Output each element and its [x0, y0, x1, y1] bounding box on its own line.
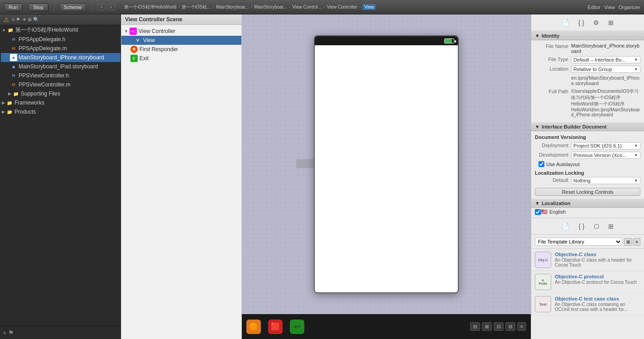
- autolayout-checkbox[interactable]: [538, 161, 544, 167]
- english-label: English: [549, 209, 566, 215]
- default-row: Default Nothing ▼: [535, 177, 640, 184]
- sidebar-item-frameworks[interactable]: ▶ 📁 Frameworks: [0, 98, 120, 107]
- breadcrumb-item-2[interactable]: 第一个iOS程...: [182, 4, 211, 10]
- inspector-file-button[interactable]: 📄: [559, 17, 572, 28]
- sidebar-item-ppsappdelegate-h[interactable]: H PPSAppDelegate.h: [1, 35, 120, 44]
- template-list: Obj-C Objective-C class An Objective-C c…: [531, 249, 644, 315]
- breadcrumb-item-5[interactable]: View Control...: [292, 5, 322, 10]
- battery-icon: [444, 38, 454, 43]
- nothing-dropdown[interactable]: Nothing ▼: [571, 177, 640, 184]
- development-arrow: ▼: [634, 153, 638, 158]
- toolbar-right: Editor View Organizer: [587, 5, 640, 10]
- zoom-in-button[interactable]: ⊞: [482, 322, 492, 331]
- template-grid-view[interactable]: ⊞: [624, 238, 632, 246]
- nothing-arrow: ▼: [634, 178, 638, 183]
- identity-section-header[interactable]: ▼ Identity: [531, 31, 644, 40]
- scheme-selector[interactable]: Scheme: [60, 3, 86, 11]
- zoom-out-button[interactable]: ⊟: [470, 322, 480, 331]
- ib-section-header[interactable]: ▼ Interface Builder Document: [531, 122, 644, 131]
- relative-path-label: [535, 75, 571, 76]
- doc-versioning-row: Document Versioning: [535, 134, 640, 140]
- bottom-icon-green[interactable]: ↩: [290, 320, 304, 334]
- breadcrumb-item-7[interactable]: View: [362, 4, 376, 10]
- localization-locking-header: Localization Locking: [535, 169, 640, 177]
- template-item-objc-protocol[interactable]: hProto Objective-C protocol An Objective…: [531, 271, 644, 293]
- exit-icon: E: [130, 55, 138, 62]
- default-label: Default: [535, 177, 571, 183]
- bottom-icon-orange[interactable]: 🟠: [246, 320, 261, 334]
- objc-test-title: Objective-C test case class: [555, 296, 640, 301]
- english-checkbox[interactable]: [535, 209, 541, 215]
- scene-item-view[interactable]: V View: [121, 36, 241, 45]
- scene-exit-label: Exit: [139, 55, 149, 62]
- run-button[interactable]: Run: [4, 3, 23, 11]
- stop-button[interactable]: Stop: [28, 3, 48, 11]
- sidebar-item-supporting-files[interactable]: ▶ 📁 File Name Supporting Files: [1, 89, 120, 98]
- breadcrumb-item-6[interactable]: View Controller: [327, 5, 357, 10]
- grid-button[interactable]: ⊟: [505, 322, 515, 331]
- template-picker-icons: 📄 { } ⬡ ⊞: [531, 218, 644, 235]
- breadcrumb: 第一个iOS程序HelloWorld › 第一个iOS程... › MainSt…: [120, 4, 582, 10]
- sidebar-item-ppsviewcontroller-m[interactable]: M PPSViewController.m: [1, 80, 120, 89]
- right-icon-row: 📄 { } ⚙ ⊞: [531, 14, 644, 31]
- localization-section-label: Localization: [542, 201, 571, 206]
- breadcrumb-item-1[interactable]: 第一个iOS程序HelloWorld: [124, 4, 176, 10]
- file-type-dropdown[interactable]: Default – Interface Bu... ▼: [571, 56, 640, 63]
- inspector-build-button[interactable]: ⚙: [591, 17, 602, 28]
- deployment-label: Deployment: [535, 142, 571, 148]
- supporting-files-icon: 📁: [12, 90, 19, 97]
- sidebar-file-tree: ▼ 📁 第一个iOS程序HelloWorld H PPSAppDelegate.…: [0, 25, 120, 325]
- localization-section-header[interactable]: ▼ Localization: [531, 199, 644, 208]
- development-dropdown[interactable]: Previous Version (Xco... ▼: [571, 152, 640, 159]
- fit-button[interactable]: ⊡: [494, 322, 504, 331]
- view-options-button[interactable]: ≡: [517, 322, 526, 331]
- nav-forward-button[interactable]: ›: [107, 4, 115, 10]
- toolbar: Run Stop Scheme ‹ › 第一个iOS程序HelloWorld ›…: [0, 0, 644, 14]
- frameworks-icon: 📁: [6, 99, 13, 106]
- objc-class-text: Objective-C class An Objective-C class w…: [555, 252, 640, 267]
- deployment-dropdown[interactable]: Project SDK (iOS 6.1) ▼: [571, 142, 640, 149]
- template-item-objc-test[interactable]: Test Objective-C test case class An Obje…: [531, 293, 644, 315]
- bottom-icon-red[interactable]: 🟥: [268, 320, 283, 334]
- template-icon-grid[interactable]: ⊞: [606, 221, 616, 232]
- nav-back-button[interactable]: ‹: [97, 4, 105, 10]
- sidebar-item-mainstoryboard-ipad[interactable]: ■ MainStoryboard_iPad.storyboard: [1, 62, 120, 71]
- scene-item-first-responder[interactable]: R First Responder: [121, 45, 241, 54]
- sidebar-item-project[interactable]: ▼ 📁 第一个iOS程序HelloWorld: [0, 25, 120, 35]
- phone-status-bar: [315, 36, 458, 45]
- sidebar-item-ppsappdelegate-m[interactable]: M PPSAppDelegate.m: [1, 44, 120, 53]
- breadcrumb-item-4[interactable]: MainStoryboar...: [254, 5, 287, 10]
- template-item-objc-class[interactable]: Obj-C Objective-C class An Objective-C c…: [531, 249, 644, 271]
- location-dropdown[interactable]: Relative to Group ▼: [571, 66, 640, 73]
- file-name-value: MainStoryboard_iPhone.storyboard: [571, 43, 640, 54]
- full-path-row: Full Path /Users/apple/Documents/iOS学习练习…: [535, 88, 640, 117]
- template-icon-file[interactable]: 📄: [559, 221, 572, 232]
- sidebar-add-button[interactable]: +: [3, 329, 6, 336]
- center-bottom-toolbar: 🟠 🟥 ↩ ⊟ ⊞ ⊡ ⊟ ≡: [242, 314, 531, 339]
- full-path-value: /Users/apple/Documents/iOS学习练习代码/第一个iOS程…: [571, 88, 640, 117]
- objc-class-title: Objective-C class: [555, 252, 640, 257]
- file-h-icon-2: H: [10, 72, 17, 79]
- scene-item-viewcontroller[interactable]: ▼ VC View Controller: [121, 27, 241, 36]
- scene-item-exit[interactable]: E Exit: [121, 54, 241, 63]
- reset-locking-button[interactable]: Reset Locking Controls: [535, 188, 640, 196]
- inspector-code-button[interactable]: { }: [576, 17, 587, 28]
- sidebar-item-products[interactable]: ▶ 📁 Products: [0, 107, 120, 116]
- breadcrumb-item-3[interactable]: MainStoryboar...: [216, 5, 249, 10]
- template-library-select[interactable]: File Template Library: [535, 238, 622, 246]
- template-icon-brace[interactable]: { }: [576, 221, 587, 232]
- objc-protocol-desc: An Objective-C protocol for Cocoa Touch: [555, 280, 640, 285]
- template-list-view[interactable]: ≡: [633, 238, 640, 246]
- inspector-grid-button[interactable]: ⊞: [606, 17, 616, 28]
- sidebar-item-mainstoryboard-iphone[interactable]: ■ MainStoryboard_iPhone.storyboard: [1, 53, 120, 62]
- file-m-icon-2: M: [10, 81, 17, 88]
- full-path-label: Full Path: [535, 88, 571, 94]
- sidebar-filter-button[interactable]: ⚑: [8, 329, 14, 336]
- storyboard-icon: ■: [10, 63, 17, 70]
- objc-test-icon: Test: [535, 296, 551, 312]
- canvas-area[interactable]: [242, 14, 531, 314]
- template-icon-cube[interactable]: ⬡: [591, 221, 602, 232]
- sidebar-item-ppsviewcontroller-h[interactable]: H PPSViewController.h: [1, 71, 120, 80]
- ib-content: Document Versioning Deployment Project S…: [531, 131, 644, 199]
- relative-path-row: en.lproj/MainStoryboard_iPhone.storyboar…: [535, 75, 640, 86]
